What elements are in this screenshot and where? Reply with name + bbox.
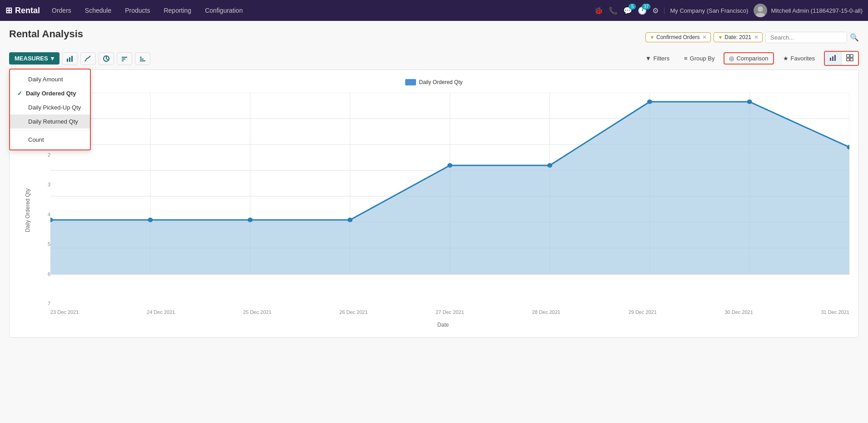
clock-icon[interactable]: 🕐 37: [638, 6, 647, 15]
line-chart-icon: [84, 55, 92, 62]
checkmark-icon: ✓: [17, 90, 22, 97]
data-point-1: [148, 218, 153, 222]
date-chip[interactable]: ▼ Date: 2021 ✕: [714, 32, 763, 42]
sort-asc-icon: [121, 55, 128, 62]
svg-rect-19: [847, 58, 849, 61]
legend-item: Daily Ordered Qty: [405, 79, 462, 85]
svg-line-7: [106, 59, 109, 60]
bar-view-button[interactable]: [825, 52, 842, 65]
nav-products[interactable]: Products: [119, 4, 156, 17]
comparison-button[interactable]: ◎ Comparison: [724, 52, 774, 65]
chart-outer: Daily Ordered Qty 7 6 5 4 3 2 1 0: [19, 93, 849, 328]
measures-dropdown: Daily Amount ✓ Daily Ordered Qty Daily P…: [9, 69, 91, 150]
legend-label: Daily Ordered Qty: [419, 79, 462, 85]
grid-view-button[interactable]: [842, 52, 858, 65]
svg-rect-18: [850, 55, 853, 57]
nav-right: 🐞 📞 💬 5 🕐 37 ⚙ My Company (San Francisco…: [594, 4, 863, 17]
grid-view-icon: [846, 54, 853, 61]
chart-legend: Daily Ordered Qty: [19, 79, 849, 85]
chat-icon[interactable]: 💬 5: [623, 6, 632, 15]
svg-point-1: [756, 13, 765, 17]
sort-desc-button[interactable]: [135, 52, 150, 65]
data-point-3: [347, 218, 352, 222]
measures-container: MEASURES ▾ Daily Amount ✓ Daily Ordered …: [9, 52, 60, 65]
chat-badge: 5: [629, 4, 636, 10]
filters-icon: ▼: [645, 55, 651, 62]
pie-chart-button[interactable]: [99, 52, 114, 65]
nav-orders[interactable]: Orders: [45, 4, 78, 17]
page-title: Rental Analysis: [9, 28, 83, 40]
measures-dropdown-icon: ▾: [51, 55, 54, 62]
groupby-icon: ≡: [684, 55, 688, 62]
chip-filter-icon: ▼: [650, 35, 655, 40]
grid-icon: ⊞: [5, 5, 12, 15]
sort-asc-button[interactable]: [117, 52, 132, 65]
svg-point-0: [758, 6, 763, 12]
bar-view-icon: [829, 54, 837, 61]
measure-daily-amount[interactable]: Daily Amount: [10, 72, 90, 86]
comparison-icon: ◎: [729, 55, 734, 62]
toolbar-row1: MEASURES ▾ Daily Amount ✓ Daily Ordered …: [9, 51, 859, 66]
user-name: Mitchell Admin (11864297-15-0-all): [771, 7, 863, 14]
user-info[interactable]: Mitchell Admin (11864297-15-0-all): [754, 4, 863, 17]
app-logo[interactable]: ⊞ Rental: [5, 5, 40, 15]
pie-chart-icon: [103, 55, 110, 62]
measure-count[interactable]: Count: [10, 133, 90, 147]
phone-icon[interactable]: 📞: [609, 6, 618, 15]
x-axis-labels: 23 Dec 2021 24 Dec 2021 25 Dec 2021 26 D…: [50, 308, 849, 315]
measure-daily-returned-qty[interactable]: Daily Returned Qty: [10, 114, 90, 129]
svg-rect-20: [850, 58, 853, 61]
chip1-remove[interactable]: ✕: [702, 34, 707, 40]
confirmed-orders-chip[interactable]: ▼ Confirmed Orders ✕: [645, 32, 711, 42]
svg-rect-14: [830, 58, 831, 61]
chip2-filter-icon: ▼: [718, 35, 723, 40]
measure-daily-pickedup-qty[interactable]: Daily Picked-Up Qty: [10, 100, 90, 114]
chip2-label: Date: 2021: [724, 34, 751, 40]
bar-chart-button[interactable]: [62, 52, 78, 65]
x-axis-title: Date: [37, 322, 849, 328]
toolbar-left: MEASURES ▾ Daily Amount ✓ Daily Ordered …: [9, 52, 150, 65]
data-point-4: [447, 163, 452, 168]
company-name[interactable]: My Company (San Francisco): [664, 7, 748, 14]
nav-reporting[interactable]: Reporting: [157, 4, 198, 17]
sort-desc-icon: [139, 55, 146, 62]
line-chart-button[interactable]: [80, 52, 96, 65]
chart-svg: [50, 93, 849, 306]
bar-chart-icon: [66, 55, 74, 62]
filters-button[interactable]: ▼ Filters: [640, 53, 675, 64]
measures-label: MEASURES: [15, 55, 48, 62]
measure-daily-ordered-qty[interactable]: ✓ Daily Ordered Qty: [10, 86, 90, 100]
comparison-label: Comparison: [736, 55, 768, 62]
chip1-label: Confirmed Orders: [656, 34, 699, 40]
dropdown-divider: [10, 130, 90, 131]
main-menu: Orders Schedule Products Reporting Confi…: [45, 4, 592, 17]
user-avatar: [754, 4, 767, 17]
tools-icon[interactable]: ⚙: [652, 6, 659, 15]
search-input[interactable]: [765, 32, 847, 43]
top-navigation: ⊞ Rental Orders Schedule Products Report…: [0, 0, 868, 21]
view-toggle: [824, 51, 859, 66]
svg-rect-16: [834, 55, 836, 61]
measures-button[interactable]: MEASURES ▾: [9, 52, 60, 65]
filter-chips-area: ▼ Confirmed Orders ✕ ▼ Date: 2021 ✕ 🔍: [645, 32, 859, 43]
svg-rect-15: [832, 56, 833, 61]
search-button[interactable]: 🔍: [850, 33, 859, 42]
bug-icon[interactable]: 🐞: [594, 6, 603, 15]
main-content: Rental Analysis ▼ Confirmed Orders ✕ ▼ D…: [0, 21, 868, 423]
svg-rect-4: [71, 56, 73, 62]
favorites-button[interactable]: ★ Favorites: [778, 53, 820, 64]
y-axis-title: Daily Ordered Qty: [23, 189, 33, 232]
data-point-6: [647, 100, 652, 104]
nav-configuration[interactable]: Configuration: [198, 4, 249, 17]
legend-color-swatch: [405, 79, 416, 85]
chart-inner: 7 6 5 4 3 2 1 0: [37, 93, 849, 328]
chip2-remove[interactable]: ✕: [754, 34, 759, 40]
svg-rect-2: [67, 59, 68, 62]
chart-container: Daily Ordered Qty Daily Ordered Qty 7 6 …: [9, 70, 859, 338]
groupby-label: Group By: [690, 55, 715, 62]
app-name: Rental: [15, 6, 40, 15]
groupby-button[interactable]: ≡ Group By: [679, 53, 720, 64]
filters-label: Filters: [654, 55, 670, 62]
data-point-7: [747, 100, 752, 104]
nav-schedule[interactable]: Schedule: [79, 4, 118, 17]
